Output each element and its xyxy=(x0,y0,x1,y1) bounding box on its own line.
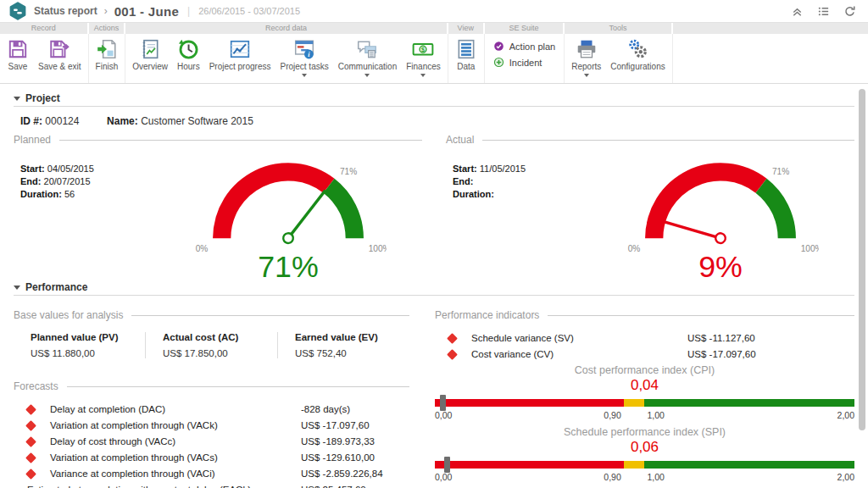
indicator-value: US$ -17.097,60 xyxy=(687,349,854,359)
hours-button-label: Hours xyxy=(177,62,200,71)
base-value-ac: Actual cost (AC) US$ 17.850,00 xyxy=(145,332,277,358)
status-diamond-icon xyxy=(25,452,36,463)
finances-button-label: Finances xyxy=(406,62,441,71)
data-button[interactable]: Data xyxy=(451,36,481,73)
dropdown-caret-icon xyxy=(302,74,307,77)
reports-button[interactable]: Reports xyxy=(567,36,605,79)
indicator-value: US$ -11.127,60 xyxy=(687,333,854,343)
forecast-label: Delay of cost through (VACc) xyxy=(50,436,301,446)
spi-value: 0,06 xyxy=(435,439,854,456)
gauge-needle xyxy=(281,187,330,245)
forecast-label: Variation at completion through (VACk) xyxy=(50,420,301,430)
project-id-row: ID #: 000124 Name: Customer Software 201… xyxy=(20,115,854,127)
ribbon-group-tools-label: Tools xyxy=(565,23,673,34)
overview-button[interactable]: Overview xyxy=(128,36,172,73)
ev-value: US$ 752,40 xyxy=(295,348,409,358)
actual-progress-gauge: 0% 100% 71% 9% xyxy=(622,152,819,281)
project-section-header[interactable]: Project xyxy=(14,90,854,106)
ribbon-group-se-suite: SE Suite Action plan Incid xyxy=(485,23,565,83)
project-name-label: Name: xyxy=(107,115,138,127)
forecast-row: Variation at completion through (VACk) U… xyxy=(14,420,409,430)
status-diamond-icon xyxy=(25,469,36,480)
ribbon-group-record: Record Save xyxy=(0,23,89,83)
forecast-row: Delay at completion (DAC) -828 day(s) xyxy=(14,404,409,414)
ac-label: Actual cost (AC) xyxy=(163,332,277,342)
project-tasks-gantt-icon: i xyxy=(293,38,315,60)
page-title: 001 - June xyxy=(114,4,179,19)
forecasts-legend: Forecasts xyxy=(14,380,409,392)
spi-bar xyxy=(435,461,854,469)
finish-button-label: Finish xyxy=(96,62,119,71)
ribbon-filler xyxy=(673,23,868,83)
indicator-row: Cost variance (CV) US$ -17.097,60 xyxy=(435,349,854,359)
report-date-range: 26/06/2015 - 03/07/2015 xyxy=(198,6,300,16)
finances-button[interactable]: $ Finances xyxy=(402,36,445,79)
gauge-min-label: 0% xyxy=(196,244,209,253)
spi-ticks: 0,00 0,90 1,00 2,00 xyxy=(435,472,854,483)
collapse-chevrons-icon[interactable] xyxy=(791,5,804,18)
forecast-label: Delay at completion (DAC) xyxy=(50,404,301,414)
ribbon-group-view-label: View xyxy=(448,23,485,34)
actual-legend: Actual xyxy=(446,134,854,146)
project-progress-button[interactable]: Project progress xyxy=(205,36,275,73)
forecast-row: Variation at completion through (VACs) U… xyxy=(14,452,409,463)
actual-start-label: Start: xyxy=(453,164,477,174)
reports-printer-icon xyxy=(576,38,598,60)
status-diamond-icon xyxy=(25,420,36,431)
collapse-triangle-icon xyxy=(14,286,20,290)
action-plan-button[interactable]: Action plan xyxy=(493,41,555,52)
project-tasks-button-label: Project tasks xyxy=(280,62,328,71)
save-button[interactable]: Save xyxy=(3,36,33,73)
performance-section-title: Performance xyxy=(25,281,87,293)
forecast-value: US$ 25.457,60 xyxy=(301,485,409,488)
base-values-row: Planned value (PV) US$ 11.880,00 Actual … xyxy=(14,332,409,358)
planned-start-label: Start: xyxy=(20,164,45,174)
project-id-value: 000124 xyxy=(45,115,79,127)
indicator-label: Schedule variance (SV) xyxy=(471,333,687,343)
planned-end-value: 20/07/2015 xyxy=(44,176,91,186)
save-and-exit-button[interactable]: Save & exit xyxy=(34,36,86,73)
configurations-gears-icon xyxy=(626,38,648,60)
finances-banknote-icon: $ xyxy=(412,38,434,60)
vertical-scrollbar[interactable] xyxy=(859,89,865,430)
list-icon[interactable] xyxy=(817,5,830,18)
pv-label: Planned value (PV) xyxy=(31,332,145,342)
svg-text:$: $ xyxy=(421,46,426,53)
status-diamond-icon xyxy=(25,436,36,447)
actual-start-value: 11/05/2015 xyxy=(480,164,526,174)
pv-value: US$ 11.880,00 xyxy=(31,348,145,358)
project-section-title: Project xyxy=(25,92,60,104)
planned-panel: Planned Start: 04/05/2015 End: 20/07/201… xyxy=(14,134,422,274)
ribbon-toolbar: Record Save xyxy=(0,23,868,84)
dropdown-caret-icon xyxy=(364,74,370,77)
indicator-label: Cost variance (CV) xyxy=(471,349,687,359)
actual-duration-label: Duration: xyxy=(453,189,494,199)
incident-icon xyxy=(493,57,504,68)
performance-indicators-legend: Performance indicators xyxy=(435,309,854,321)
cpi-ticks: 0,00 0,90 1,00 2,00 xyxy=(435,410,854,421)
action-plan-button-label: Action plan xyxy=(509,42,555,52)
save-icon xyxy=(7,38,29,60)
finish-button[interactable]: Finish xyxy=(92,36,123,73)
report-content: Project ID #: 000124 Name: Customer Soft… xyxy=(0,84,868,488)
forecast-row: Variance at completion through (VACi) US… xyxy=(14,469,409,479)
hours-button[interactable]: Hours xyxy=(173,36,204,73)
spi-title: Schedule performance index (SPI) xyxy=(435,426,854,438)
base-value-ev: Earned value (EV) US$ 752,40 xyxy=(277,332,409,358)
data-button-label: Data xyxy=(457,62,475,71)
gauge-max-label: 100% xyxy=(369,244,387,253)
top-bar: Status report › 001 - June | 26/06/2015 … xyxy=(0,0,868,23)
project-tasks-button[interactable]: i Project tasks xyxy=(275,36,332,79)
ribbon-group-record-label: Record xyxy=(0,23,89,34)
refresh-icon[interactable] xyxy=(843,5,856,18)
planned-start-value: 04/05/2015 xyxy=(47,164,94,174)
gauge-value-label: 9% xyxy=(698,250,743,281)
action-plan-icon xyxy=(493,41,504,52)
forecast-value: -828 day(s) xyxy=(301,404,409,414)
status-diamond-icon xyxy=(447,349,458,360)
communication-button[interactable]: Communication xyxy=(334,36,401,79)
gauge-threshold-label: 71% xyxy=(772,167,789,176)
gauge-value-label: 71% xyxy=(258,250,319,281)
configurations-button[interactable]: Configurations xyxy=(606,36,669,73)
incident-button[interactable]: Incident xyxy=(493,57,542,68)
